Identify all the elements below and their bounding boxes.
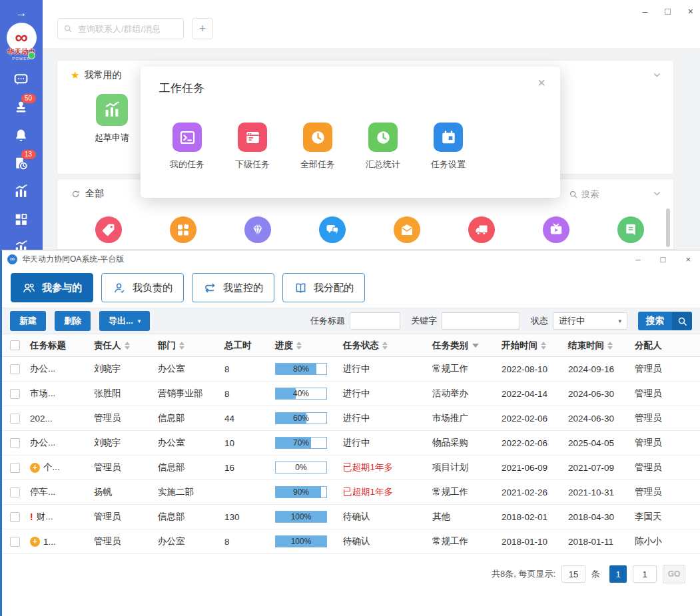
cell-task-title[interactable]: 停车... (27, 486, 91, 498)
sort-icon[interactable] (125, 339, 130, 352)
column-header-8[interactable]: 结束时间 (565, 339, 632, 352)
sort-icon[interactable] (541, 339, 546, 352)
contact-search-box[interactable] (57, 18, 184, 39)
terminal-tile[interactable] (173, 123, 202, 152)
contact-search-input[interactable] (77, 23, 178, 35)
app-grid4-circle[interactable] (170, 216, 196, 243)
minimize-button[interactable]: – (635, 254, 640, 264)
tab-3[interactable]: 我分配的 (282, 273, 365, 302)
collapse-chevron-icon[interactable] (651, 188, 663, 199)
minimize-button[interactable]: – (643, 4, 648, 19)
collapse-chevron-icon[interactable] (651, 69, 663, 81)
row-checkbox[interactable] (10, 512, 20, 522)
favorite-app-draft[interactable]: 起草申请 (91, 94, 133, 144)
cell-task-title[interactable]: 办公... (27, 363, 91, 375)
sort-icon[interactable] (296, 339, 302, 352)
popup-item-4[interactable]: 任务设置 (416, 123, 481, 170)
column-header-7[interactable]: 开始时间 (499, 339, 565, 352)
status-select[interactable]: 进行中 ▾ (553, 312, 627, 330)
column-header-label: 进度 (275, 340, 293, 352)
filter-caret-icon[interactable] (472, 344, 479, 351)
scrollbar-thumb[interactable] (666, 208, 670, 247)
search-button[interactable]: 搜索 (638, 312, 692, 330)
cell-task-title[interactable]: +1... (27, 537, 91, 547)
tab-1[interactable]: 我负责的 (101, 273, 184, 302)
sort-icon[interactable] (607, 339, 613, 352)
popup-item-3[interactable]: 汇总统计 (350, 123, 416, 170)
popup-item-2[interactable]: 全部任务 (285, 123, 350, 170)
column-header-5[interactable]: 任务状态 (340, 339, 430, 352)
table-row[interactable]: !财... 管理员 信息部 130 100% 待确认 其他 2018-02-01… (2, 505, 700, 529)
clock-tile[interactable] (303, 123, 332, 152)
column-header-9[interactable]: 分配人 (632, 340, 700, 352)
expand-arrow-icon[interactable]: → (16, 7, 27, 20)
app-doc-circle[interactable] (617, 216, 644, 243)
table-row[interactable]: 办公... 刘晓宇 办公室 8 80% 进行中 常规工作 2022-08-10 … (2, 357, 700, 382)
export-button[interactable]: 导出... ▾ (99, 311, 150, 331)
table-row[interactable]: +1... 管理员 办公室 8 100% 待确认 常规工作 2018-01-10… (2, 529, 700, 554)
maximize-button[interactable]: □ (665, 4, 670, 19)
app-mail-circle[interactable] (394, 216, 420, 243)
table-row[interactable]: 202... 管理员 信息部 44 60% 进行中 市场推广 2022-02-0… (2, 406, 700, 431)
row-checkbox[interactable] (10, 389, 20, 399)
sidebar-item-approvals[interactable]: 50 (13, 99, 31, 116)
row-checkbox[interactable] (10, 364, 20, 374)
cell-task-title[interactable]: +个... (27, 462, 91, 473)
apps-search[interactable]: 搜索 (569, 188, 599, 200)
row-checkbox[interactable] (10, 438, 20, 448)
select-all-checkbox[interactable] (10, 340, 20, 350)
task-title-input[interactable] (350, 312, 400, 330)
add-button[interactable]: + (192, 18, 213, 39)
column-header-4[interactable]: 进度 (272, 339, 340, 352)
column-header-1[interactable]: 责任人 (91, 339, 155, 352)
app-tag-circle[interactable] (95, 216, 122, 243)
popup-item-1[interactable]: 下级任务 (220, 123, 285, 170)
sidebar-item-apps[interactable] (13, 211, 31, 228)
cell-task-title[interactable]: 202... (27, 414, 91, 424)
cell-task-title[interactable]: 市场... (27, 388, 91, 400)
app-truck-circle[interactable] (468, 216, 495, 243)
close-button[interactable]: × (685, 254, 691, 264)
app-gem-circle[interactable] (244, 216, 271, 243)
table-row[interactable]: 办公... 刘晓宇 办公室 10 70% 进行中 物品采购 2022-02-06… (2, 431, 700, 456)
app-chat2-circle[interactable] (319, 216, 346, 243)
table-row[interactable]: 市场... 张胜阳 营销事业部 8 40% 进行中 活动举办 2022-04-1… (2, 382, 700, 406)
sort-icon[interactable] (179, 339, 184, 352)
keyword-input[interactable] (442, 312, 520, 330)
table-row[interactable]: +个... 管理员 信息部 16 0% 已超期1年多 项目计划 2021-06-… (2, 456, 700, 480)
row-checkbox[interactable] (10, 537, 20, 547)
draft-app-tile[interactable] (96, 94, 128, 126)
sidebar-item-reports[interactable] (13, 183, 31, 200)
refresh-icon[interactable] (71, 189, 81, 199)
current-page-button[interactable]: 1 (609, 565, 627, 583)
clock-tile[interactable] (368, 123, 398, 152)
close-button[interactable]: × (688, 4, 693, 19)
column-header-6[interactable]: 任务类别 (430, 340, 499, 352)
column-header-0[interactable]: 任务标题 (27, 340, 91, 352)
tab-0[interactable]: 我参与的 (11, 273, 93, 302)
window-tile[interactable] (238, 123, 267, 152)
cell-task-title[interactable]: !财... (27, 511, 91, 523)
row-checkbox[interactable] (10, 414, 20, 424)
column-header-3[interactable]: 总工时 (222, 340, 272, 352)
app-tv-circle[interactable] (543, 216, 569, 243)
new-button[interactable]: 新建 (10, 311, 46, 331)
sidebar-item-notifications[interactable] (13, 127, 31, 144)
row-checkbox[interactable] (10, 463, 20, 473)
close-icon[interactable]: × (537, 76, 545, 89)
page-size-input[interactable] (561, 565, 585, 583)
sidebar-item-messages[interactable] (13, 71, 31, 88)
column-header-2[interactable]: 部门 (155, 339, 222, 352)
cell-task-title[interactable]: 办公... (27, 437, 91, 449)
goto-page-input[interactable] (633, 565, 657, 583)
sidebar-item-pending-tasks[interactable]: 13 (13, 155, 31, 172)
row-checkbox[interactable] (10, 487, 20, 497)
calendar-tile[interactable] (434, 123, 463, 152)
delete-button[interactable]: 删除 (55, 311, 91, 331)
popup-item-0[interactable]: 我的任务 (155, 123, 220, 170)
table-row[interactable]: 停车... 扬帆 实施二部 90% 已超期1年多 常规工作 2021-02-26… (2, 480, 700, 505)
tab-2[interactable]: 我监控的 (192, 273, 274, 302)
go-button[interactable]: GO (663, 565, 685, 583)
maximize-button[interactable]: □ (661, 254, 666, 264)
sort-icon[interactable] (382, 339, 388, 352)
